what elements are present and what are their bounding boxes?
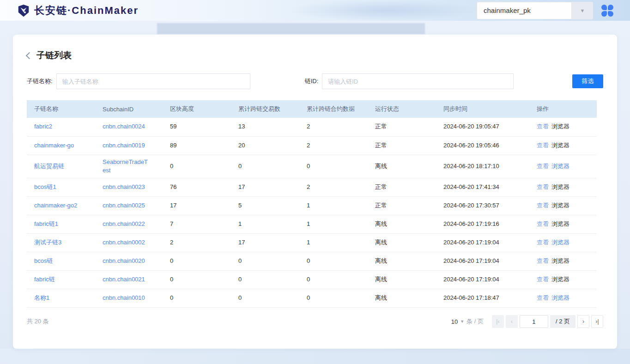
view-link[interactable]: 查看: [537, 276, 549, 283]
subchain-id-link[interactable]: cnbn.chain0010: [103, 294, 145, 301]
subchain-name-link[interactable]: 名称1: [34, 294, 49, 301]
col-sync-time: 同步时间: [436, 100, 529, 118]
prev-page-button[interactable]: ‹: [506, 315, 518, 328]
subchain-name-link[interactable]: bcos链1: [34, 183, 56, 190]
apps-grid-icon[interactable]: [601, 5, 613, 17]
sync-time-cell: 2024-06-20 17:19:04: [436, 234, 529, 252]
browser-link[interactable]: 浏览器: [551, 123, 569, 130]
tx-count-cell: 20: [231, 136, 299, 155]
view-link[interactable]: 查看: [537, 123, 549, 130]
block-height-cell: 0: [163, 155, 231, 178]
subchain-name-link[interactable]: chainmaker-go2: [34, 202, 77, 209]
browser-link[interactable]: 浏览器: [551, 183, 569, 190]
subchain-name-link[interactable]: fabric2: [34, 123, 52, 130]
chevron-down-icon[interactable]: ▼: [460, 319, 464, 324]
tx-count-cell: 17: [231, 234, 299, 252]
org-selector[interactable]: chainmaker_pk ▼: [477, 2, 593, 19]
page-size-select[interactable]: 10 ▼ 条 / 页: [451, 317, 484, 326]
subchain-name-link[interactable]: 测试子链3: [34, 239, 61, 246]
table-row: 测试子链3 cnbn.chain0002 2 17 1 离线 2024-06-2…: [27, 234, 597, 252]
org-selector-value[interactable]: chainmaker_pk: [477, 2, 572, 19]
subchain-list-card: 子链列表 子链名称: 链ID: 筛选 子链名称 SubchainID 区块高度 …: [13, 35, 617, 349]
pagination-bar: 共 20 条 10 ▼ 条 / 页 |‹ ‹ / 2 页 › ›|: [27, 315, 603, 328]
brand-logo: 长安链·ChainMaker: [17, 4, 139, 18]
tx-count-cell: 0: [231, 271, 299, 289]
first-page-button[interactable]: |‹: [492, 315, 504, 328]
browser-link[interactable]: 浏览器: [551, 257, 569, 264]
chevron-down-icon[interactable]: ▼: [572, 8, 593, 13]
back-chevron-icon[interactable]: [26, 52, 33, 59]
contract-data-cell: 0: [299, 252, 368, 271]
chain-id-label: 链ID:: [305, 77, 319, 85]
browser-link[interactable]: 浏览器: [551, 294, 569, 301]
sync-time-cell: 2024-06-20 17:30:57: [436, 197, 529, 215]
status-cell: 离线: [368, 289, 436, 308]
subchain-id-link[interactable]: cnbn.chain0023: [103, 183, 145, 190]
page-title: 子链列表: [36, 49, 72, 61]
status-cell: 离线: [368, 234, 436, 252]
browser-link[interactable]: 浏览器: [551, 276, 569, 283]
contract-data-cell: 0: [299, 155, 368, 178]
subchain-name-link[interactable]: 航运贸易链: [34, 163, 64, 170]
col-crosschain-contract-data: 累计跨链合约数据: [299, 100, 368, 118]
block-height-cell: 0: [163, 252, 231, 271]
filter-button[interactable]: 筛选: [572, 74, 603, 88]
status-cell: 正常: [368, 197, 436, 215]
view-link[interactable]: 查看: [537, 220, 549, 227]
subchain-id-link[interactable]: cnbn.chain0022: [103, 220, 145, 227]
contract-data-cell: 1: [299, 215, 368, 234]
browser-link[interactable]: 浏览器: [551, 142, 569, 149]
block-height-cell: 2: [163, 234, 231, 252]
block-height-cell: 76: [163, 178, 231, 197]
contract-data-cell: 0: [299, 289, 368, 308]
chain-id-input[interactable]: [322, 73, 514, 89]
tx-count-cell: 0: [231, 289, 299, 308]
banner-pattern: [286, 0, 480, 21]
browser-link[interactable]: 浏览器: [551, 163, 569, 170]
table-row: bcos链 cnbn.chain0020 0 0 0 离线 2024-06-20…: [27, 252, 597, 271]
subchain-id-link[interactable]: SeaborneTradeTest: [103, 158, 148, 174]
view-link[interactable]: 查看: [537, 142, 549, 149]
sync-time-cell: 2024-06-20 17:41:34: [436, 178, 529, 197]
browser-link[interactable]: 浏览器: [551, 220, 569, 227]
sync-time-cell: 2024-06-20 18:17:10: [436, 155, 529, 178]
subchain-id-link[interactable]: cnbn.chain0021: [103, 276, 145, 283]
view-link[interactable]: 查看: [537, 183, 549, 190]
browser-link[interactable]: 浏览器: [551, 202, 569, 209]
subchain-id-link[interactable]: cnbn.chain0025: [103, 202, 145, 209]
background-decor-band: [157, 23, 425, 34]
next-page-button[interactable]: ›: [577, 315, 589, 328]
block-height-cell: 0: [163, 289, 231, 308]
subchain-name-link[interactable]: fabric链1: [34, 220, 58, 227]
view-link[interactable]: 查看: [537, 163, 549, 170]
subchain-table: 子链名称 SubchainID 区块高度 累计跨链交易数 累计跨链合约数据 运行…: [27, 100, 597, 308]
subchain-name-input[interactable]: [56, 73, 250, 89]
tx-count-cell: 5: [231, 197, 299, 215]
browser-link[interactable]: 浏览器: [551, 239, 569, 246]
view-link[interactable]: 查看: [537, 202, 549, 209]
col-block-height: 区块高度: [163, 100, 231, 118]
page-header: 子链列表: [27, 49, 603, 61]
subchain-name-link[interactable]: chainmaker-go: [34, 142, 74, 149]
status-cell: 离线: [368, 271, 436, 289]
view-link[interactable]: 查看: [537, 257, 549, 264]
status-cell: 正常: [368, 136, 436, 155]
subchain-name-link[interactable]: fabric链: [34, 276, 55, 283]
subchain-id-link[interactable]: cnbn.chain0019: [103, 142, 145, 149]
block-height-cell: 17: [163, 197, 231, 215]
status-cell: 离线: [368, 252, 436, 271]
subchain-id-link[interactable]: cnbn.chain0002: [103, 239, 145, 246]
subchain-name-link[interactable]: bcos链: [34, 257, 53, 264]
subchain-id-link[interactable]: cnbn.chain0024: [103, 123, 145, 130]
view-link[interactable]: 查看: [537, 239, 549, 246]
current-page-input[interactable]: [520, 315, 548, 328]
brand-logo-text: 长安链·ChainMaker: [34, 4, 139, 18]
page-size-value[interactable]: 10: [451, 318, 458, 325]
last-page-button[interactable]: ›|: [591, 315, 603, 328]
total-count-label: 共 20 条: [27, 317, 49, 326]
tx-count-cell: 17: [231, 178, 299, 197]
table-row: 名称1 cnbn.chain0010 0 0 0 离线 2024-06-20 1…: [27, 289, 597, 308]
block-height-cell: 7: [163, 215, 231, 234]
subchain-id-link[interactable]: cnbn.chain0020: [103, 257, 145, 264]
view-link[interactable]: 查看: [537, 294, 549, 301]
